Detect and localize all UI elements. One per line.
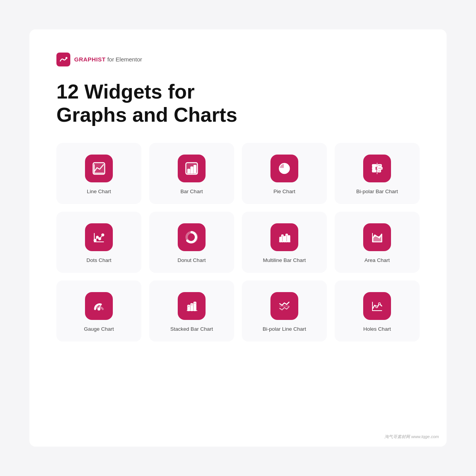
main-title: 12 Widgets forGraphs and Charts: [56, 80, 420, 127]
svg-rect-37: [191, 306, 193, 311]
dots-chart-label: Dots Chart: [87, 257, 112, 263]
multiline-bar-chart-icon: [270, 223, 298, 251]
svg-rect-40: [194, 302, 196, 304]
svg-rect-28: [286, 234, 287, 242]
card-donut-chart[interactable]: Donut Chart: [149, 212, 234, 273]
header: GRAPHIST for Elementor: [56, 53, 420, 66]
card-stacked-bar-chart[interactable]: Stacked Bar Chart: [149, 280, 234, 342]
svg-point-22: [99, 238, 101, 240]
svg-point-21: [97, 236, 99, 238]
svg-point-46: [379, 303, 381, 305]
svg-rect-12: [372, 165, 376, 167]
svg-rect-13: [372, 167, 375, 169]
pie-chart-label: Pie Chart: [274, 189, 295, 194]
svg-point-45: [376, 306, 378, 308]
svg-rect-14: [372, 170, 376, 172]
logo-icon: [56, 53, 70, 66]
dots-chart-icon: [85, 223, 113, 251]
card-dots-chart[interactable]: Dots Chart: [56, 212, 141, 273]
multiline-bar-chart-label: Multiline Bar Chart: [263, 257, 306, 263]
bipolar-line-chart-icon: [270, 292, 298, 320]
card-multiline-bar-chart[interactable]: Multiline Bar Chart: [242, 212, 327, 273]
svg-point-23: [102, 234, 104, 236]
card-area-chart[interactable]: Area Chart: [335, 212, 420, 273]
area-chart-label: Area Chart: [364, 257, 389, 263]
svg-rect-16: [378, 167, 382, 169]
gauge-chart-label: Gauge Chart: [84, 326, 114, 332]
charts-grid: Line Chart Bar Chart: [56, 143, 420, 342]
card-bipolar-line-chart[interactable]: Bi-polar Line Chart: [242, 280, 327, 342]
stacked-bar-chart-label: Stacked Bar Chart: [170, 326, 213, 332]
svg-rect-15: [378, 165, 381, 167]
card-gauge-chart[interactable]: Gauge Chart: [56, 280, 141, 342]
card-bar-chart[interactable]: Bar Chart: [149, 143, 234, 204]
bipolar-bar-chart-icon: [363, 155, 391, 182]
pie-chart-icon: [270, 155, 298, 182]
watermark: 淘气哥素材网 www.tqge.com: [384, 434, 439, 440]
page: GRAPHIST for Elementor 12 Widgets forGra…: [29, 29, 447, 447]
holes-chart-label: Holes Chart: [363, 326, 391, 332]
svg-rect-17: [378, 170, 381, 172]
stacked-bar-chart-icon: [178, 292, 206, 320]
card-line-chart[interactable]: Line Chart: [56, 143, 141, 204]
svg-point-1: [66, 57, 68, 59]
bar-chart-icon: [178, 155, 206, 182]
svg-rect-29: [288, 236, 290, 242]
svg-rect-27: [284, 236, 286, 242]
svg-rect-26: [282, 235, 283, 242]
svg-rect-6: [188, 169, 190, 173]
area-chart-icon: [363, 223, 391, 251]
line-chart-label: Line Chart: [87, 189, 111, 194]
svg-rect-7: [191, 167, 193, 173]
card-holes-chart[interactable]: Holes Chart: [335, 280, 420, 342]
donut-chart-label: Donut Chart: [178, 257, 206, 263]
bar-chart-label: Bar Chart: [180, 189, 203, 194]
svg-point-34: [98, 308, 100, 310]
line-chart-icon: [85, 155, 113, 182]
svg-rect-39: [194, 304, 196, 311]
svg-rect-38: [191, 304, 193, 306]
donut-chart-icon: [178, 223, 206, 251]
svg-point-20: [94, 240, 96, 241]
bipolar-bar-chart-label: Bi-polar Bar Chart: [356, 189, 398, 194]
card-pie-chart[interactable]: Pie Chart: [242, 143, 327, 204]
brand-name: GRAPHIST for Elementor: [74, 56, 142, 63]
holes-chart-icon: [363, 292, 391, 320]
bipolar-line-chart-label: Bi-polar Line Chart: [263, 326, 306, 332]
svg-rect-36: [188, 305, 190, 308]
svg-rect-8: [194, 165, 196, 173]
svg-rect-25: [280, 237, 281, 242]
card-bipolar-bar-chart[interactable]: Bi-polar Bar Chart: [335, 143, 420, 204]
gauge-chart-icon: [85, 292, 113, 320]
